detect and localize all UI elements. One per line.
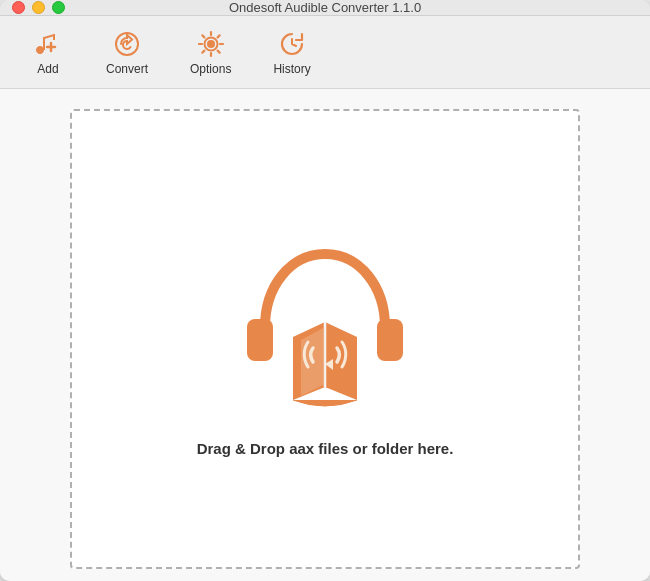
close-button[interactable] xyxy=(12,1,25,14)
convert-icon xyxy=(111,28,143,60)
add-button[interactable]: Add xyxy=(16,22,80,82)
history-button[interactable]: History xyxy=(257,22,326,82)
window-title: Ondesoft Audible Converter 1.1.0 xyxy=(229,0,421,15)
traffic-lights xyxy=(12,1,65,14)
toolbar: Add Convert Options xyxy=(0,16,650,89)
svg-rect-6 xyxy=(377,319,403,361)
minimize-button[interactable] xyxy=(32,1,45,14)
maximize-button[interactable] xyxy=(52,1,65,14)
add-icon xyxy=(32,28,64,60)
options-button[interactable]: Options xyxy=(174,22,247,82)
drop-zone[interactable]: Drag & Drop aax files or folder here. xyxy=(70,109,580,569)
title-bar: Ondesoft Audible Converter 1.1.0 xyxy=(0,0,650,16)
drop-zone-text: Drag & Drop aax files or folder here. xyxy=(197,440,454,457)
svg-rect-5 xyxy=(247,319,273,361)
svg-point-3 xyxy=(207,40,215,48)
options-icon xyxy=(195,28,227,60)
convert-label: Convert xyxy=(106,62,148,76)
history-icon xyxy=(276,28,308,60)
add-label: Add xyxy=(37,62,58,76)
convert-button[interactable]: Convert xyxy=(90,22,164,82)
options-label: Options xyxy=(190,62,231,76)
main-content: Drag & Drop aax files or folder here. xyxy=(0,89,650,581)
history-label: History xyxy=(273,62,310,76)
audiobook-icon xyxy=(225,222,425,422)
app-window: Ondesoft Audible Converter 1.1.0 Add xyxy=(0,0,650,581)
